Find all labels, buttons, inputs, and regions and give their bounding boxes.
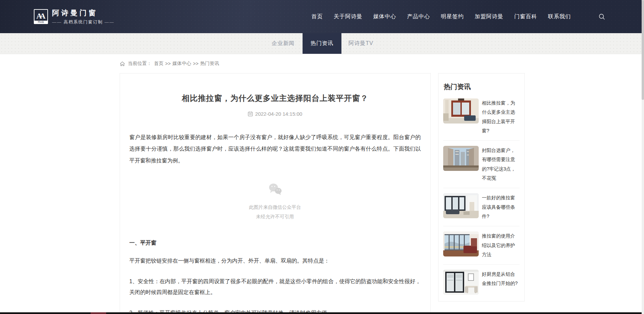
- news-item-title: 推拉窗的使用介绍以及它的养护方法: [482, 231, 520, 259]
- logo-text: 阿诗曼门窗 —— 高档系统门窗订制 ——: [52, 8, 114, 25]
- article-card: 相比推拉窗，为什么更多业主选择阳台上装平开窗？ 2022-04-20 14:15…: [120, 73, 431, 314]
- breadcrumb-prefix: 当前位置：: [128, 61, 152, 67]
- content: 相比推拉窗，为什么更多业主选择阳台上装平开窗？ 2022-04-20 14:15…: [120, 73, 525, 314]
- main-nav: 首页 关于阿诗曼 媒体中心 产品中心 明星签约 加盟阿诗曼 门窗百科 联系我们: [311, 13, 605, 20]
- breadcrumb-home[interactable]: 首页: [154, 61, 164, 67]
- tab-ashman-tv[interactable]: 阿诗曼TV: [341, 33, 380, 54]
- news-list-item[interactable]: 一款好的推拉窗应该具备哪些条件?: [443, 188, 520, 226]
- logo[interactable]: AA 阿诗曼 阿诗曼门窗 —— 高档系统门窗订制 ——: [34, 8, 114, 25]
- news-item-title: 好厨房是从铝合金推拉门开始的?: [482, 270, 520, 288]
- section-lead: 平开窗把铰链安排在一侧与窗框相连，分为内开、外开、单扇、双扇的。其特点是：: [129, 255, 421, 266]
- article-date: 2022-04-20 14:15:00: [255, 111, 302, 117]
- nav-item-celebrity[interactable]: 明星签约: [441, 13, 464, 20]
- sidebar-title: 热门资讯: [443, 82, 520, 91]
- bottom-edge-bar: [0, 312, 644, 314]
- logo-subtitle: —— 高档系统门窗订制 ——: [52, 19, 114, 25]
- article-title: 相比推拉窗，为什么更多业主选择阳台上装平开窗？: [129, 93, 421, 104]
- news-list-item[interactable]: 相比推拉窗，为什么更多业主选择阳台上装平开窗?: [443, 93, 520, 141]
- scrollbar-thumb[interactable]: [642, 0, 644, 100]
- nav-item-join[interactable]: 加盟阿诗曼: [475, 13, 503, 20]
- article-date-row: 2022-04-20 14:15:00: [129, 111, 421, 117]
- tab-company-news[interactable]: 企业新闻: [264, 33, 303, 54]
- news-item-title: 一款好的推拉窗应该具备哪些条件?: [482, 193, 520, 221]
- wechat-placeholder-icon: [129, 183, 421, 197]
- news-list-item[interactable]: 推拉窗的使用介绍以及它的养护方法: [443, 226, 520, 265]
- search-icon[interactable]: [599, 14, 605, 20]
- section-point-1: 1、安全性：在内部，平开窗的四周设置了很多不起眼的配件，就是这些小零件的组合，使…: [129, 276, 421, 297]
- section-heading: 一、平开窗: [129, 240, 421, 247]
- breadcrumb-separator: >>: [193, 61, 198, 66]
- logo-monogram: AA: [36, 12, 43, 20]
- logo-title: 阿诗曼门窗: [52, 8, 114, 18]
- site-header: AA 阿诗曼 阿诗曼门窗 —— 高档系统门窗订制 —— 首页 关于阿诗曼 媒体中…: [0, 0, 644, 33]
- nav-item-products[interactable]: 产品中心: [407, 13, 430, 20]
- calendar-icon: [248, 111, 253, 116]
- page: AA 阿诗曼 阿诗曼门窗 —— 高档系统门窗订制 —— 首页 关于阿诗曼 媒体中…: [0, 0, 644, 314]
- header-inner: AA 阿诗曼 阿诗曼门窗 —— 高档系统门窗订制 —— 首页 关于阿诗曼 媒体中…: [0, 8, 644, 25]
- news-thumbnail: [443, 146, 479, 171]
- image-notice-line1: 此图片来自微信公众平台: [129, 202, 421, 212]
- news-item-title: 封阳台选窗户，有哪些需要注意的?牢记这3点，不花冤: [482, 146, 520, 183]
- nav-item-contact[interactable]: 联系我们: [548, 13, 571, 20]
- hot-news-sidebar: 热门资讯 相比推拉窗，为什么: [438, 73, 525, 301]
- nav-item-media-center[interactable]: 媒体中心: [373, 13, 396, 20]
- bottom-edge-accent: [91, 312, 106, 314]
- home-icon[interactable]: [120, 61, 125, 66]
- breadcrumb-hot-news[interactable]: 热门资讯: [200, 61, 219, 67]
- nav-item-home[interactable]: 首页: [311, 13, 323, 20]
- news-thumbnail: [443, 193, 479, 218]
- scrollbar-track[interactable]: [642, 0, 644, 314]
- section-tabbar: 企业新闻 热门资讯 阿诗曼TV: [0, 33, 644, 54]
- breadcrumb-separator: >>: [165, 61, 171, 66]
- breadcrumb: 当前位置： 首页 >> 媒体中心 >> 热门资讯: [120, 54, 525, 73]
- news-thumbnail: [443, 270, 479, 295]
- nav-item-about[interactable]: 关于阿诗曼: [334, 13, 362, 20]
- news-thumbnail: [443, 231, 479, 256]
- logo-mark-caption: 阿诗曼: [34, 21, 47, 23]
- logo-mark-icon: AA 阿诗曼: [34, 9, 48, 24]
- news-item-title: 相比推拉窗，为什么更多业主选择阳台上装平开窗?: [482, 98, 520, 135]
- tab-hot-news[interactable]: 热门资讯: [303, 33, 341, 54]
- news-thumbnail: [443, 98, 479, 124]
- image-placeholder-1: 此图片来自微信公众平台 未经允许不可引用: [129, 183, 421, 221]
- nav-item-encyclopedia[interactable]: 门窗百科: [514, 13, 537, 20]
- news-list-item[interactable]: 好厨房是从铝合金推拉门开始的?: [443, 265, 520, 300]
- image-notice-line2: 未经允许不可引用: [129, 212, 421, 221]
- article-intro: 窗户是装修新房时比较重要的建材，如果一个房子没有窗户，就好像人缺少了呼吸系统，可…: [129, 132, 421, 166]
- breadcrumb-media-center[interactable]: 媒体中心: [172, 61, 191, 67]
- news-list-item[interactable]: 封阳台选窗户，有哪些需要注意的?牢记这3点，不花冤: [443, 141, 520, 188]
